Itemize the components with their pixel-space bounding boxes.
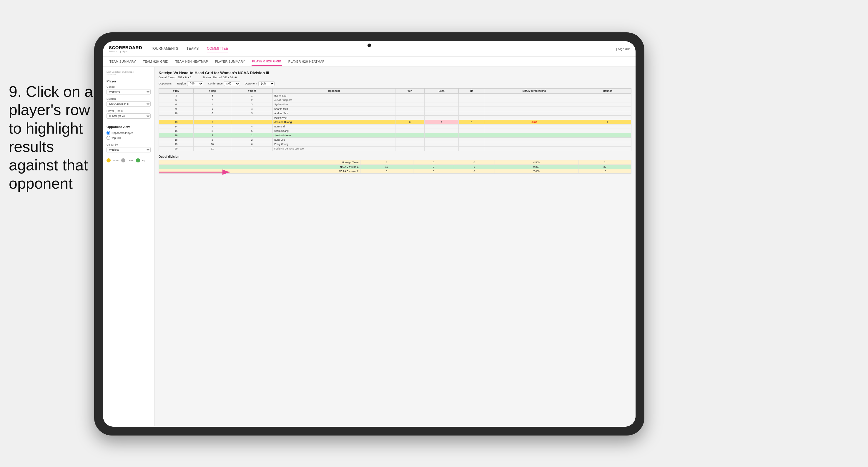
col-opponent: Opponent	[273, 89, 395, 94]
instruction-number: 9.	[9, 83, 22, 100]
out-of-division-table: Foreign Team 1004.5002 NAIA Division 1 1…	[159, 160, 631, 174]
logo-sub: Powered by clippi	[109, 50, 142, 53]
sidebar-timestamp: Last Updated: 27/03/2024 16:55:38	[106, 71, 151, 76]
main-content: Last Updated: 27/03/2024 16:55:38 Player…	[103, 67, 636, 426]
jessica-huang-row[interactable]: 131Jessica Huang 010-3.002	[159, 120, 631, 124]
nav-teams[interactable]: TEAMS	[187, 45, 198, 52]
table-row[interactable]: 1585Stella Chang	[159, 129, 631, 133]
nav-tournaments[interactable]: TOURNAMENTS	[151, 45, 178, 52]
nav-committee[interactable]: COMMITTEE	[207, 45, 228, 52]
gender-label: Gender	[106, 85, 151, 88]
region-select[interactable]: (All)	[187, 81, 203, 86]
division-label: Division	[106, 97, 151, 100]
table-row[interactable]: 20117Federica Domecq Lacroze	[159, 147, 631, 151]
camera-notch	[368, 43, 371, 47]
grid-title: Katelyn Vo Head-to-Head Grid for Women's…	[159, 71, 631, 75]
tablet-shell: SCOREBOARD Powered by clippi TOURNAMENTS…	[94, 32, 644, 436]
division-record: Division Record: 331 - 34 - 6	[203, 76, 237, 79]
sign-out-link[interactable]: | Sign out	[616, 47, 630, 51]
instruction-text: 9. Click on a player's row to highlight …	[9, 83, 94, 192]
legend-up-dot	[136, 158, 140, 162]
colour-by-label: Colour by	[106, 143, 151, 146]
logo-area: SCOREBOARD Powered by clippi	[109, 45, 142, 53]
subnav: TEAM SUMMARY TEAM H2H GRID TEAM H2H HEAT…	[103, 57, 636, 67]
colour-by: Colour by Win/loss	[106, 143, 151, 155]
table-row[interactable]: 1063Andrea York	[159, 111, 631, 116]
conference-filter: Conference (All)	[208, 81, 240, 86]
table-row[interactable]: 613Sydney Kuo	[159, 102, 631, 107]
opponent-view: Opponent view Opponents Played Top 100	[106, 125, 151, 140]
table-row[interactable]: 1691Jessica Mason	[159, 133, 631, 138]
records-row: Overall Record: 353 - 34 - 6 Division Re…	[159, 76, 631, 79]
opponent-filter: Opponent (All)	[245, 81, 275, 86]
radio-top-100[interactable]: Top 100	[106, 136, 151, 140]
col-diff: Diff Av Strokes/Rnd	[484, 89, 584, 94]
col-loss: Loss	[425, 89, 459, 94]
subnav-team-h2h-heatmap[interactable]: TEAM H2H HEATMAP	[175, 57, 209, 66]
out-table-row[interactable]: NAIA Division 1 15009.26730	[159, 165, 631, 169]
subnav-player-h2h-grid[interactable]: PLAYER H2H GRID	[252, 57, 282, 66]
col-win: Win	[395, 89, 425, 94]
h2h-table: # Div # Reg # Conf Opponent Win Loss Tie…	[159, 88, 631, 151]
tablet-screen: SCOREBOARD Powered by clippi TOURNAMENTS…	[103, 41, 636, 427]
col-reg: # Reg	[193, 89, 231, 94]
player-rank-select[interactable]: 8. Katelyn Vo	[106, 113, 151, 119]
legend-down-dot	[106, 158, 111, 162]
subnav-player-summary[interactable]: PLAYER SUMMARY	[215, 57, 246, 66]
subnav-team-h2h-grid[interactable]: TEAM H2H GRID	[143, 57, 169, 66]
out-table-row[interactable]: NCAA Division 2 5007.40010	[159, 169, 631, 174]
instruction-body: Click on a player's row to highlight res…	[9, 83, 93, 192]
table-row[interactable]: 331Esther Lee	[159, 94, 631, 98]
opponents-filter-label: Opponents:	[159, 82, 173, 85]
legend-level-dot	[121, 158, 125, 162]
subnav-team-summary[interactable]: TEAM SUMMARY	[109, 57, 136, 66]
filter-row: Opponents: Region (All) Conference (All)…	[159, 81, 631, 86]
opponent-view-title: Opponent view	[106, 125, 151, 129]
out-table-row[interactable]: Foreign Team 1004.5002	[159, 160, 631, 165]
player-rank-label: Player (Rank)	[106, 110, 151, 113]
sidebar-player-title: Player	[106, 80, 151, 83]
table-row[interactable]: 522Alexis Sudjianto	[159, 98, 631, 102]
table-row[interactable]: 1474Eunice Yi	[159, 124, 631, 129]
legend-row: Down Level Up	[106, 158, 151, 162]
gender-select[interactable]: Women's	[106, 89, 151, 94]
toolbar: ↩ ↺ ↪ ⊞ | ⟳ | 👁 View: Original 💾 Save Cu…	[103, 426, 636, 427]
table-row[interactable]: 914Sharon Mun	[159, 107, 631, 111]
radio-opponents-played[interactable]: Opponents Played	[106, 131, 151, 135]
region-filter: Region (All)	[177, 81, 204, 86]
out-of-division-title: Out of division	[159, 155, 631, 158]
division-select[interactable]: NCAA Division III	[106, 101, 151, 106]
table-row[interactable]: Haejo Hyun	[159, 116, 631, 120]
colour-by-select[interactable]: Win/loss	[106, 147, 151, 152]
col-conf: # Conf	[231, 89, 273, 94]
col-rounds: Rounds	[584, 89, 631, 94]
nav-links: TOURNAMENTS TEAMS COMMITTEE	[151, 45, 616, 52]
table-row[interactable]: 1822Euna Lee	[159, 138, 631, 142]
overall-record: Overall Record: 353 - 34 - 6	[159, 76, 191, 79]
conference-select[interactable]: (All)	[224, 81, 240, 86]
subnav-player-h2h-heatmap[interactable]: PLAYER H2H HEATMAP	[288, 57, 325, 66]
col-div: # Div	[159, 89, 194, 94]
opponent-select[interactable]: (All)	[258, 81, 275, 86]
sidebar: Last Updated: 27/03/2024 16:55:38 Player…	[103, 67, 154, 426]
logo-text: SCOREBOARD	[109, 45, 142, 50]
table-row[interactable]: 19106Emily Chang	[159, 142, 631, 147]
col-tie: Tie	[459, 89, 484, 94]
grid-area: Katelyn Vo Head-to-Head Grid for Women's…	[154, 67, 636, 426]
